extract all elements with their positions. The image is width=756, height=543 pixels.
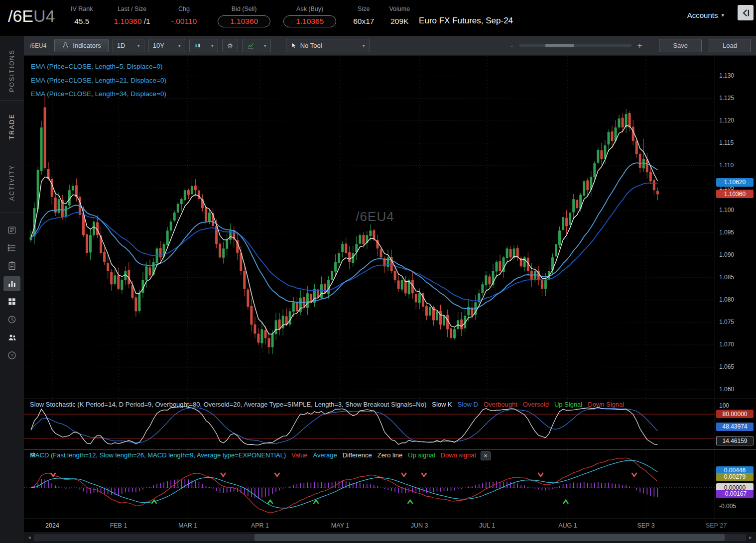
down-signal-marker [421, 473, 426, 476]
community-icon[interactable] [3, 330, 20, 345]
bid-label: Bid (Sell) [232, 5, 257, 13]
price-axis-label: 1.125 [719, 95, 734, 102]
up-signal-marker [314, 500, 319, 504]
stochastic-title[interactable]: Slow Stochastic (K Period=14, D Period=9… [30, 401, 426, 408]
symbol-root: /6E [8, 6, 33, 25]
collapse-left-icon [740, 7, 751, 18]
stochastic-legend: Slow KSlow DOverboughtOversoldUp SignalD… [426, 401, 624, 408]
up-signal-marker [408, 500, 413, 504]
macd-panel: MACD (Fast length=12, Slow length=26, MA… [24, 449, 756, 519]
trade-tab-label: TRADE [8, 113, 15, 139]
toolbar-symbol: /6EU4 [30, 42, 46, 49]
field-size: Size 60x17 [353, 5, 374, 26]
patterns-icon [247, 42, 254, 50]
timeframe-select[interactable]: 1D ▾ [113, 39, 144, 52]
down-signal-marker [401, 473, 406, 476]
chg-label: Chg [178, 5, 190, 13]
charts-icon[interactable] [3, 276, 20, 291]
help-icon[interactable]: ? [3, 348, 20, 363]
legend-item: Down signal [441, 451, 476, 459]
svg-text:?: ? [10, 353, 13, 358]
scroll-thumb[interactable] [254, 534, 725, 541]
price-axis-label: 1.095 [719, 229, 734, 236]
history-icon[interactable] [3, 312, 20, 327]
ema-legend-line[interactable]: EMA (Price=CLOSE, Length=5, Displace=0) [31, 60, 166, 74]
ask-label: Ask (Buy) [296, 5, 323, 13]
sidebar-tab-activity[interactable]: ACTIVITY [0, 153, 24, 213]
macd-title[interactable]: MACD (Fast length=12, Slow length=26, MA… [30, 451, 286, 459]
sidebar-tab-positions[interactable]: POSITIONS [0, 42, 24, 101]
legend-item: Oversold [523, 401, 549, 408]
collapse-panel-button[interactable] [738, 5, 754, 20]
last-size-label: Last / Size [118, 5, 146, 13]
stochastic-plot[interactable]: Slow Stochastic (K Period=14, D Period=9… [24, 399, 715, 449]
price-axis-label: 1.110 [719, 162, 734, 169]
orders-icon[interactable] [3, 258, 20, 273]
indicators-button[interactable]: Indicators [54, 39, 108, 52]
price-axis-label: 1.115 [719, 139, 734, 146]
accounts-menu[interactable]: Accounts ▾ [687, 11, 724, 19]
down-signal-marker [538, 473, 543, 476]
last-size-value: 1.10360 /1 [114, 17, 150, 26]
price-chart-plot[interactable]: EMA (Price=CLOSE, Length=5, Displace=0) … [24, 56, 715, 399]
ask-button[interactable]: 1.10365 [283, 15, 336, 27]
drawing-tool-select[interactable]: No Tool ▾ [286, 39, 370, 52]
chevron-down-icon: ▾ [264, 43, 266, 48]
chart-type-select[interactable]: ▾ [189, 39, 218, 52]
field-chg: Chg -.00110 [171, 5, 197, 26]
scroll-right-arrow[interactable]: ► [746, 535, 755, 540]
legend-item: Slow D [458, 401, 478, 408]
bid-button[interactable]: 1.10360 [218, 15, 270, 27]
chart-toolbar: /6EU4 Indicators 1D ▾ 10Y ▾ [24, 36, 756, 56]
range-value: 10Y [153, 42, 164, 49]
positions-tab-label: POSITIONS [8, 49, 15, 92]
legend-item: Zero line [378, 451, 403, 459]
size-value: 60x17 [353, 17, 374, 26]
grid-icon[interactable] [3, 294, 20, 309]
axis-value-bubble: 48.43974 [716, 423, 754, 431]
legend-item: Average [313, 451, 337, 459]
chevron-down-icon: ▾ [363, 43, 365, 48]
price-axis-label: 1.085 [719, 274, 734, 281]
activity-tab-label: ACTIVITY [8, 165, 15, 201]
price-axis-label: 1.075 [719, 319, 734, 326]
macd-plot[interactable]: MACD (Fast length=12, Slow length=26, MA… [24, 450, 715, 519]
ema-legend-line[interactable]: EMA (Price=CLOSE, Length=34, Displace=0) [31, 87, 166, 101]
close-icon[interactable]: × [484, 453, 488, 459]
save-button[interactable]: Save [659, 39, 702, 52]
chevron-down-icon: ▾ [211, 43, 214, 48]
scroll-left-arrow[interactable]: ◄ [25, 535, 34, 540]
gear-icon[interactable] [30, 451, 36, 458]
chevron-down-icon: ▾ [721, 12, 724, 18]
legend-item: Slow K [432, 401, 452, 408]
iv-rank-label: IV Rank [71, 5, 93, 13]
zoom-out-button[interactable]: - [510, 41, 513, 51]
news-icon[interactable] [3, 222, 20, 237]
scroll-track[interactable] [34, 534, 746, 541]
list-icon[interactable] [3, 240, 20, 255]
range-select[interactable]: 10Y ▾ [148, 39, 185, 52]
indicators-label: Indicators [73, 42, 101, 49]
macd-header: MACD (Fast length=12, Slow length=26, MA… [30, 451, 491, 460]
sidebar-tab-trade[interactable]: TRADE [0, 101, 24, 153]
zoom-slider[interactable] [519, 44, 631, 47]
field-iv-rank: IV Rank 45.5 [71, 5, 93, 26]
stochastic-header: Slow Stochastic (K Period=14, D Period=9… [30, 401, 624, 408]
time-axis-label: JUL 1 [479, 522, 495, 529]
legend-item: Difference [343, 451, 372, 459]
chart-settings-button[interactable] [222, 39, 238, 52]
load-button[interactable]: Load [709, 39, 751, 52]
cursor-icon [290, 42, 297, 49]
price-axis[interactable]: 1.1301.1251.1201.1151.1101.1051.1001.095… [715, 56, 756, 399]
zoom-slider-thumb[interactable] [545, 44, 574, 47]
ema-legend-line[interactable]: EMA (Price=CLOSE, Length=21, Displace=0) [31, 74, 166, 88]
patterns-select[interactable]: ▾ [242, 39, 271, 52]
chart-module: /6EU4 Indicators 1D ▾ 10Y ▾ [24, 36, 756, 543]
time-axis-label: SEP 27 [706, 522, 727, 529]
axis-value-bubble: 80.00000 [716, 410, 754, 418]
chg-value: -.00110 [171, 17, 197, 26]
price-axis-label: 1.100 [719, 207, 734, 214]
symbol-title: /6EU4 [8, 6, 71, 26]
zoom-in-button[interactable]: + [637, 41, 642, 51]
symbol-watermark: /6EU4 [356, 209, 394, 224]
